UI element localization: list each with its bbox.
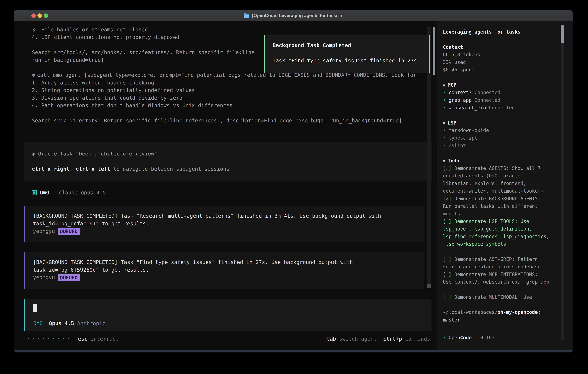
chat-pane: 3. File handles or streams not closed 4.… bbox=[14, 21, 437, 350]
esc-key-hint: esc bbox=[78, 335, 87, 343]
chat-scrollbar-thumb-bottom[interactable] bbox=[427, 284, 430, 288]
prompt-input[interactable]: OmO Opus 4.5 Anthropic bbox=[24, 299, 431, 331]
mcp-item: •grep_app Connected bbox=[443, 96, 573, 104]
terminal-window: [OpenCode] Leveraging agents for tasks ◐… bbox=[14, 10, 573, 353]
chevron-down-icon: ▼ bbox=[443, 121, 445, 125]
chat-scrollbar-thumb[interactable] bbox=[433, 27, 435, 75]
status-dot-icon: • bbox=[443, 105, 446, 111]
background-task-message: [BACKGROUND TASK COMPLETED] Task "Resear… bbox=[24, 206, 424, 242]
agent-name: OmO bbox=[40, 189, 49, 197]
agent-model: claude-opus-4-5 bbox=[59, 189, 106, 197]
input-model-name: Opus 4.5 bbox=[49, 320, 74, 326]
message-meta: yeongyuQUEUED bbox=[25, 227, 424, 235]
todo-done-item: [✓] Demonstrate BACKGROUND AGENTS:Run pa… bbox=[443, 195, 573, 218]
mcp-section-header[interactable]: ▼MCP bbox=[443, 81, 573, 89]
window-title: [OpenCode] Leveraging agents for tasks bbox=[252, 13, 338, 18]
input-provider-name: Anthropic bbox=[77, 320, 105, 326]
chat-line: 3. File handles or streams not closed bbox=[14, 26, 437, 33]
todo-pending-item: [ ] Demonstrate MCP INTEGRATIONS:Use con… bbox=[443, 271, 573, 286]
status-dot-icon: • bbox=[443, 143, 446, 148]
tool-spinner-icon: ✻ bbox=[32, 72, 35, 78]
sidebar: Leveraging agents for tasks Context 66,5… bbox=[437, 21, 573, 350]
chevron-down-icon: ▼ bbox=[443, 159, 445, 163]
chevron-down-icon: ▼ bbox=[443, 83, 445, 87]
message-line: task_id="bg_6f59260c" to get results. bbox=[25, 266, 424, 274]
lsp-item: •eslint bbox=[443, 142, 573, 149]
commands-label: commands bbox=[405, 335, 430, 343]
todo-done-item: [✓] Demonstrate AGENTS: Show all 7curate… bbox=[443, 165, 573, 195]
lsp-section-header[interactable]: ▼LSP bbox=[443, 119, 573, 127]
switch-agent-label: switch agent bbox=[339, 335, 377, 343]
todo-current-item: [ ] Demonstrate LSP TOOLS: Uselsp_hover,… bbox=[443, 218, 573, 248]
lsp-item: •markdown-oxide bbox=[443, 127, 573, 134]
ctrlp-key-hint: ctrl+p bbox=[383, 335, 402, 343]
folder-icon bbox=[243, 13, 250, 18]
session-title: Leveraging agents for tasks bbox=[443, 28, 573, 36]
sidebar-scrollbar-thumb[interactable] bbox=[561, 25, 564, 43]
oracle-task-title: ◉ Oracle Task "Deep architecture review" bbox=[24, 150, 432, 157]
lsp-item: •typescript bbox=[443, 134, 573, 142]
tool-call-tail: Search src/ directory. Return specific f… bbox=[14, 117, 437, 124]
status-dot-icon: • bbox=[443, 128, 446, 133]
status-dot-icon: • bbox=[443, 97, 446, 103]
input-agent-name: OmO bbox=[33, 320, 43, 326]
mcp-item: •websearch_exa Connected bbox=[443, 104, 573, 112]
status-bar: ········· esc interrupt tab switch agent… bbox=[14, 335, 437, 343]
status-badge: QUEUED bbox=[58, 228, 80, 235]
window-bottom-edge bbox=[14, 350, 573, 353]
workspace-branch: master bbox=[443, 316, 573, 324]
tool-call-item: 4. Path operations that don't handle Win… bbox=[14, 102, 437, 109]
notification-toast[interactable]: Background Task Completed Task "Find typ… bbox=[264, 35, 430, 73]
status-dot-icon: • bbox=[443, 135, 446, 141]
workspace-path: ~/local-workspaces/oh-my-opencode: bbox=[443, 309, 573, 316]
session-busy-icon: ◐ bbox=[341, 13, 343, 18]
context-tokens: 66,518 tokens bbox=[443, 51, 573, 58]
titlebar[interactable]: [OpenCode] Leveraging agents for tasks ◐ bbox=[14, 10, 573, 21]
context-used: 33% used bbox=[443, 59, 573, 66]
text-cursor bbox=[33, 304, 37, 312]
tool-call-item: 1. Array access without bounds checking bbox=[14, 79, 437, 86]
app-version: •OpenCode 1.0.163 bbox=[443, 334, 573, 342]
agent-separator: · bbox=[52, 189, 56, 197]
agent-session-row[interactable]: OmO · claude-opus-4-5 bbox=[14, 189, 437, 197]
context-spent: $0.46 spent bbox=[443, 66, 573, 74]
todo-section-header[interactable]: ▼Todo bbox=[443, 157, 573, 165]
toast-title: Background Task Completed bbox=[265, 42, 429, 49]
message-author: yeongyu bbox=[33, 228, 55, 234]
oracle-task-card[interactable]: ◉ Oracle Task "Deep architecture review"… bbox=[24, 142, 432, 181]
message-meta: yeongyuQUEUED bbox=[25, 274, 424, 281]
desktop: [OpenCode] Leveraging agents for tasks ◐… bbox=[0, 0, 588, 374]
message-line: [BACKGROUND TASK COMPLETED] Task "Resear… bbox=[25, 212, 424, 220]
model-selector-row[interactable]: OmO Opus 4.5 Anthropic bbox=[33, 320, 105, 327]
message-line: task_id="bg_dcfac161" to get results. bbox=[25, 220, 424, 227]
status-dot-icon: • bbox=[443, 90, 446, 95]
mcp-item: •context7 Connected bbox=[443, 89, 573, 96]
context-heading: Context bbox=[443, 43, 573, 51]
window-title-area: [OpenCode] Leveraging agents for tasks ◐ bbox=[14, 10, 573, 21]
activity-dots-icon: ········· bbox=[27, 335, 72, 343]
background-task-message: [BACKGROUND TASK COMPLETED] Task "Find t… bbox=[24, 252, 424, 289]
todo-pending-item: [ ] Demonstrate AST-GREP: Patternsearch … bbox=[443, 256, 573, 271]
tool-call-item: 3. Division operations that could divide… bbox=[14, 94, 437, 102]
agent-checkbox-icon bbox=[32, 190, 37, 195]
interrupt-label: interrupt bbox=[91, 335, 119, 343]
subagent-nav-hint: ctrl+x right, ctrl+x left to navigate be… bbox=[24, 165, 432, 173]
message-author: yeongyu bbox=[33, 274, 55, 280]
tool-call-item: 2. String operations on potentially unde… bbox=[14, 86, 437, 94]
todo-pending-item: [ ] Demonstrate MULTIMODAL: Use bbox=[443, 293, 573, 301]
toast-body: Task "Find type safety issues" finished … bbox=[265, 57, 429, 64]
status-dot-icon: • bbox=[443, 335, 446, 341]
sidebar-scrollbar-track[interactable] bbox=[561, 25, 564, 340]
message-line: [BACKGROUND TASK COMPLETED] Task "Find t… bbox=[25, 259, 424, 266]
tab-key-hint: tab bbox=[326, 335, 336, 343]
status-badge: QUEUED bbox=[58, 274, 80, 281]
